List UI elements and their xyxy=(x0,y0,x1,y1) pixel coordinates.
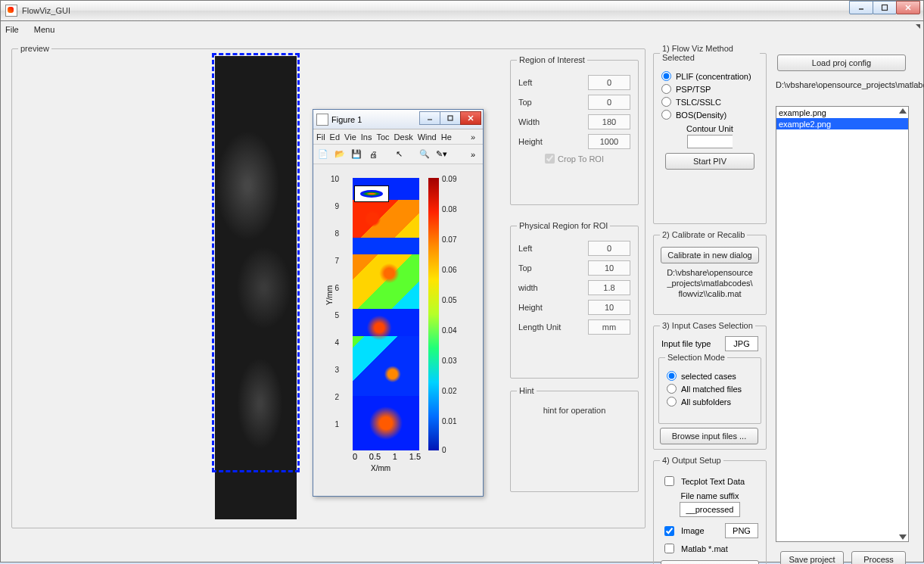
scroll-up-icon[interactable] xyxy=(899,108,907,114)
scroll-down-icon[interactable] xyxy=(899,534,907,540)
selmode-subfolders-radio[interactable] xyxy=(667,397,677,407)
fig-menu-help[interactable]: He xyxy=(441,132,452,142)
figure-minimize-button[interactable] xyxy=(419,111,440,125)
load-proj-config-button[interactable]: Load proj config xyxy=(777,55,906,71)
phys-top-input[interactable]: 10 xyxy=(588,260,630,276)
phys-unit-label: Length Unit xyxy=(518,323,561,332)
process-button[interactable]: Process xyxy=(851,551,906,564)
image-format-select[interactable]: PNG xyxy=(725,523,758,538)
roi-top-label: Top xyxy=(518,98,532,107)
roi-top-input[interactable]: 0 xyxy=(588,95,630,110)
heatmap-plot xyxy=(353,178,419,450)
phys-height-input[interactable]: 10 xyxy=(588,300,630,315)
method-plif-label: PLIF (concentration) xyxy=(676,72,751,81)
fig-menu-file[interactable]: Fil xyxy=(316,132,325,142)
fig-menu-view[interactable]: Vie xyxy=(344,132,356,142)
print-icon[interactable]: 🖨 xyxy=(366,148,380,161)
x-axis-ticks: 0 0.5 1 1.5 xyxy=(353,452,421,461)
set-output-folder-button[interactable]: Set Output folder ... xyxy=(661,560,759,564)
client-area: preview Figure 1 Fil Ed Vie Ins Toc De xyxy=(0,38,924,562)
toolbar-more-icon[interactable]: » xyxy=(466,148,480,161)
method-tslc-radio[interactable] xyxy=(661,97,671,107)
method-plif-radio[interactable] xyxy=(661,71,671,81)
image-checkbox[interactable] xyxy=(664,526,674,536)
fig-menu-insert[interactable]: Ins xyxy=(361,132,372,142)
selmode-subfolders-label: All subfolders xyxy=(681,397,731,407)
roi-height-input[interactable]: 1000 xyxy=(588,134,630,149)
pointer-icon[interactable]: ↖ xyxy=(392,148,406,161)
brush-icon[interactable]: ✎▾ xyxy=(434,148,448,161)
window-title: FlowViz_GUI xyxy=(22,6,70,15)
phys-unit-input[interactable]: mm xyxy=(588,319,630,335)
menu-file[interactable]: File xyxy=(5,25,19,34)
contour-unit-input[interactable] xyxy=(687,135,733,148)
preview-legend: preview xyxy=(18,44,51,53)
method-bos-label: BOS(Density) xyxy=(676,111,726,120)
file-listbox[interactable]: example.png example2.png xyxy=(776,106,909,542)
method-psp-label: PSP/TSP xyxy=(676,85,711,94)
open-icon[interactable]: 📂 xyxy=(333,148,347,161)
fig-menu-window[interactable]: Wind xyxy=(418,132,437,142)
menubar: File Menu xyxy=(0,21,924,38)
figure-title: Figure 1 xyxy=(331,115,362,124)
roi-group: Region of Interest Left0 Top0 Width180 H… xyxy=(510,55,639,205)
menu-menu[interactable]: Menu xyxy=(34,25,55,34)
phys-width-input[interactable]: 1.8 xyxy=(588,280,630,295)
start-piv-button[interactable]: Start PIV xyxy=(665,153,754,170)
selection-mode-group: Selection Mode selected cases All matche… xyxy=(658,353,761,424)
selmode-selected-radio[interactable] xyxy=(667,371,677,381)
roi-selection-box[interactable] xyxy=(212,53,300,472)
new-figure-icon[interactable]: 📄 xyxy=(316,148,330,161)
svg-rect-5 xyxy=(448,116,453,120)
method-bos-radio[interactable] xyxy=(661,110,671,120)
save-icon[interactable]: 💾 xyxy=(350,148,363,161)
roi-width-input[interactable]: 180 xyxy=(588,114,630,129)
fig-menu-edit[interactable]: Ed xyxy=(330,132,340,142)
tecplot-checkbox[interactable] xyxy=(664,476,674,486)
phys-legend: Physical Region for ROI xyxy=(517,221,610,230)
figure-titlebar[interactable]: Figure 1 xyxy=(313,110,483,129)
method-legend: 1) Flow Viz Method Selected xyxy=(660,44,760,62)
input-filetype-select[interactable]: JPG xyxy=(725,336,758,351)
hint-text: hint for operation xyxy=(517,406,632,415)
calib-legend: 2) Calibrate or Recalib xyxy=(660,230,747,239)
contour-unit-label: Contour Unit xyxy=(686,124,733,133)
fig-menu-tools[interactable]: Toc xyxy=(376,132,389,142)
figure-close-button[interactable] xyxy=(460,111,481,125)
phys-top-label: Top xyxy=(518,263,532,273)
svg-rect-1 xyxy=(882,5,888,11)
browse-input-button[interactable]: Browse input files ... xyxy=(660,428,758,444)
fig-menu-desktop[interactable]: Desk xyxy=(394,132,413,142)
crop-to-roi-label: Crop To ROI xyxy=(558,154,604,164)
output-legend: 4) Output Setup xyxy=(660,456,723,465)
matlab-checkbox[interactable] xyxy=(664,544,674,553)
x-axis-label: X/mm xyxy=(371,464,390,472)
input-legend: 3) Input Cases Selection xyxy=(660,321,755,330)
matlab-label: Matlab *.mat xyxy=(681,544,728,553)
colorbar-ticks: 0.09 0.08 0.07 0.06 0.05 0.04 0.03 0.02 … xyxy=(442,175,472,453)
list-item[interactable]: example2.png xyxy=(776,118,908,129)
plot-legend[interactable] xyxy=(354,185,389,202)
selmode-selected-label: selected cases xyxy=(681,372,736,381)
save-project-button[interactable]: Save project xyxy=(780,551,844,564)
roi-left-input[interactable]: 0 xyxy=(588,75,630,90)
minimize-button[interactable] xyxy=(849,1,873,14)
selmode-matched-radio[interactable] xyxy=(667,384,677,394)
suffix-input[interactable]: __processed xyxy=(680,502,740,517)
matlab-icon xyxy=(316,114,328,126)
calibrate-button[interactable]: Calibrate in new dialog xyxy=(661,247,759,263)
chevron-right-icon[interactable]: » xyxy=(471,132,475,142)
window-titlebar: FlowViz_GUI xyxy=(0,0,924,21)
list-item[interactable]: example.png xyxy=(776,107,908,118)
figure-maximize-button[interactable] xyxy=(440,111,461,125)
close-button[interactable] xyxy=(896,1,920,14)
crop-to-roi-checkbox[interactable] xyxy=(545,154,555,164)
zoom-in-icon[interactable]: 🔍 xyxy=(418,148,431,161)
y-axis-label: Y/mm xyxy=(325,285,334,305)
preview-group: preview Figure 1 Fil Ed Vie Ins Toc De xyxy=(11,44,646,528)
method-psp-radio[interactable] xyxy=(661,84,671,94)
maximize-button[interactable] xyxy=(873,1,897,14)
figure-window: Figure 1 Fil Ed Vie Ins Toc Desk Wind He… xyxy=(313,109,484,497)
menu-corner-icon[interactable] xyxy=(916,24,920,29)
phys-left-input[interactable]: 0 xyxy=(588,241,630,256)
